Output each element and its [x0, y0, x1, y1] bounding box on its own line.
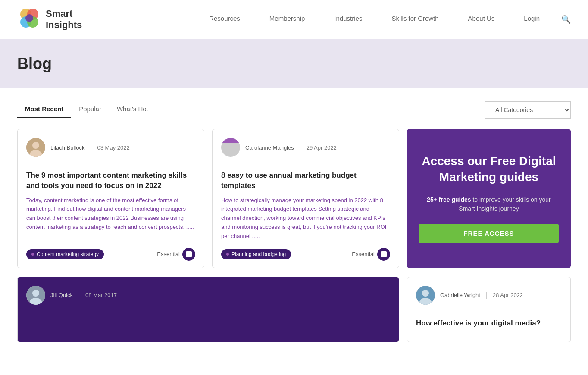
- card-excerpt-1: Today, content marketing is one of the m…: [26, 196, 195, 241]
- logo[interactable]: Smart Insights: [17, 6, 82, 32]
- promo-title: Access our Free Digital Marketing guides: [419, 153, 559, 185]
- logo-text: Smart Insights: [46, 8, 82, 31]
- author-info-bottom-1: Jill Quick 08 Mar 2017: [50, 292, 117, 299]
- avatar-gabrielle: [416, 286, 435, 305]
- main-content: Most Recent Popular What's Hot All Categ…: [0, 88, 588, 355]
- blog-tabs: Most Recent Popular What's Hot: [17, 102, 156, 118]
- author-info-1: Lilach Bullock 03 May 2022: [50, 144, 130, 151]
- nav-skills[interactable]: Skills for Growth: [384, 11, 446, 28]
- author-date-bottom-1: 08 Mar 2017: [85, 292, 117, 298]
- bottom-card-divider-2: [416, 312, 562, 312]
- tab-popular[interactable]: Popular: [71, 102, 109, 118]
- essential-icon-inner-1: [186, 251, 192, 257]
- bottom-author-row-2: Gabrielle Wright 28 Apr 2022: [416, 286, 562, 305]
- author-row-2: Carolanne Mangles 29 Apr 2022: [221, 138, 390, 157]
- bottom-author-row-1: Jill Quick 08 Mar 2017: [26, 286, 390, 305]
- author-date-1: 03 May 2022: [97, 144, 130, 151]
- article-card-2: Carolanne Mangles 29 Apr 2022 8 easy to …: [212, 129, 399, 268]
- main-nav: Resources Membership Industries Skills f…: [201, 11, 571, 28]
- card-excerpt-2: How to strategically manage your marketi…: [221, 196, 390, 241]
- card-title-2[interactable]: 8 easy to use annual marketing budget te…: [221, 170, 390, 191]
- card-title-1[interactable]: The 9 most important content marketing s…: [26, 170, 195, 191]
- avatar-carolanne: [221, 138, 240, 157]
- promo-card: Access our Free Digital Marketing guides…: [407, 129, 571, 268]
- essential-label-2: Essential: [352, 251, 375, 257]
- promo-subtext: 25+ free guides to improve your skills o…: [419, 195, 559, 213]
- svg-point-6: [32, 142, 39, 149]
- divider-bottom-1: [79, 292, 79, 299]
- article-card-1: Lilach Bullock 03 May 2022 The 9 most im…: [17, 129, 204, 268]
- card-footer-2: Planning and budgeting Essential: [221, 248, 390, 261]
- bottom-dark-card: Jill Quick 08 Mar 2017: [17, 277, 399, 343]
- tag-dot-1: [31, 253, 34, 256]
- author-date-bottom-2: 28 Apr 2022: [493, 292, 523, 298]
- tab-most-recent[interactable]: Most Recent: [17, 102, 71, 118]
- bottom-card-title-2[interactable]: How effective is your digital media?: [416, 318, 562, 328]
- nav-membership[interactable]: Membership: [262, 11, 313, 28]
- tag-dot-2: [226, 253, 229, 256]
- avatar-lilach: [26, 138, 45, 157]
- card-divider-2: [221, 164, 390, 164]
- free-access-button[interactable]: FREE ACCESS: [419, 224, 559, 243]
- tag-pill-2[interactable]: Planning and budgeting: [221, 249, 291, 259]
- author-name-bottom-2: Gabrielle Wright: [440, 292, 480, 298]
- hero-banner: Blog: [0, 39, 588, 88]
- cards-grid: Lilach Bullock 03 May 2022 The 9 most im…: [17, 129, 571, 268]
- author-name-1: Lilach Bullock: [50, 144, 85, 151]
- author-info-bottom-2: Gabrielle Wright 28 Apr 2022: [440, 292, 523, 299]
- nav-industries[interactable]: Industries: [326, 11, 370, 28]
- categories-dropdown[interactable]: All Categories: [485, 101, 571, 119]
- tabs-row: Most Recent Popular What's Hot All Categ…: [17, 101, 571, 119]
- nav-about[interactable]: About Us: [460, 11, 503, 28]
- divider-1: [91, 144, 91, 151]
- tag-pill-1[interactable]: Content marketing strategy: [26, 249, 104, 259]
- promo-bold: 25+ free guides: [427, 196, 471, 203]
- card-footer-1: Content marketing strategy Essential: [26, 248, 195, 261]
- svg-point-12: [422, 290, 429, 297]
- essential-badge-2: Essential: [352, 248, 390, 261]
- logo-icon: [17, 6, 41, 32]
- essential-icon-2: [377, 248, 390, 261]
- tag-label-1: Content marketing strategy: [37, 251, 99, 257]
- promo-suffix: to improve your skills on your Smart Ins…: [459, 196, 550, 212]
- nav-resources[interactable]: Resources: [201, 11, 248, 28]
- avatar-jill: [26, 286, 45, 305]
- bottom-card-divider-1: [26, 312, 390, 312]
- divider-bottom-2: [486, 292, 487, 299]
- page-title: Blog: [17, 55, 571, 73]
- card-divider-1: [26, 164, 195, 164]
- svg-point-9: [32, 290, 39, 297]
- tab-whats-hot[interactable]: What's Hot: [109, 102, 156, 118]
- author-date-2: 29 Apr 2022: [307, 144, 337, 151]
- nav-login[interactable]: Login: [516, 11, 547, 28]
- author-name-bottom-1: Jill Quick: [50, 292, 73, 298]
- bottom-white-card: Gabrielle Wright 28 Apr 2022 How effecti…: [407, 277, 571, 343]
- tag-label-2: Planning and budgeting: [231, 251, 286, 257]
- author-row-1: Lilach Bullock 03 May 2022: [26, 138, 195, 157]
- search-icon[interactable]: 🔍: [561, 15, 571, 24]
- essential-icon-inner-2: [381, 251, 387, 257]
- divider-2: [300, 144, 300, 151]
- header: Smart Insights Resources Membership Indu…: [0, 0, 588, 39]
- essential-label-1: Essential: [157, 251, 180, 257]
- author-name-2: Carolanne Mangles: [245, 144, 294, 151]
- bottom-cards-grid: Jill Quick 08 Mar 2017 Gabrielle Wr: [17, 277, 571, 343]
- essential-icon-1: [182, 248, 195, 261]
- author-info-2: Carolanne Mangles 29 Apr 2022: [245, 144, 337, 151]
- svg-point-4: [25, 14, 33, 22]
- essential-badge-1: Essential: [157, 248, 195, 261]
